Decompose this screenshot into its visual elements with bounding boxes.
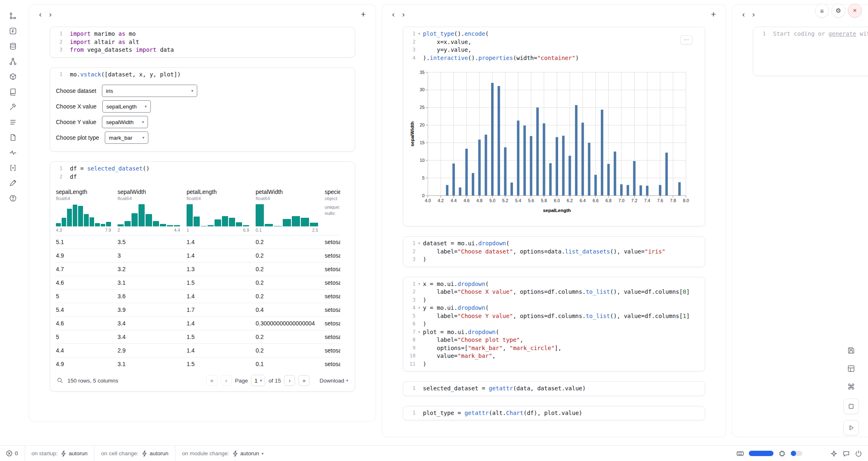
column-histogram[interactable] <box>256 204 318 226</box>
first-page-button[interactable]: « <box>206 375 217 386</box>
prev-page-button[interactable]: ‹ <box>221 375 232 386</box>
code-token: , <box>492 353 496 359</box>
next-page-button[interactable]: › <box>284 375 295 386</box>
keyboard-icon[interactable] <box>736 450 744 457</box>
notebook-menu-button[interactable]: ≡ <box>815 4 829 18</box>
table-row[interactable]: 5.43.91.70.4setosa <box>56 303 340 316</box>
notebook-cell[interactable]: 1▾plot_type = getattr(alt.Chart(df), plo… <box>403 406 705 421</box>
table-column-header[interactable]: petalWidth <box>256 185 325 195</box>
fold-arrow-icon[interactable]: ▾ <box>416 304 423 312</box>
packages-icon[interactable] <box>8 71 18 81</box>
notebook-cell[interactable]: 1▾plot_type().encode(2▾ x=x.value,3▾ y=y… <box>403 27 705 226</box>
table-row[interactable]: 53.61.40.2setosa <box>56 289 340 303</box>
snippets-icon[interactable] <box>8 132 18 142</box>
runtime-config-item[interactable]: on startup:autorun <box>32 450 88 457</box>
variables-icon[interactable] <box>8 163 18 173</box>
generate-with-ai-link[interactable]: generate <box>829 30 856 37</box>
column-scroll-right-button[interactable]: › <box>49 10 51 18</box>
svg-text:sepalLength: sepalLength <box>543 208 571 213</box>
stop-kernel-button[interactable] <box>843 399 859 414</box>
column-histogram[interactable] <box>56 204 111 226</box>
dropdown[interactable]: sepalLength▾ <box>102 100 151 113</box>
table-row[interactable]: 4.93.11.50.1setosa <box>56 357 340 371</box>
column-scroll-right-button[interactable]: › <box>752 10 755 18</box>
code-token: vega_datasets <box>84 46 136 53</box>
page-select[interactable]: 1▾ <box>251 375 265 386</box>
layout-select-button[interactable] <box>845 362 857 375</box>
table-row[interactable]: 5.13.51.40.2setosa <box>56 235 340 249</box>
notebook-cell[interactable]: 1▾dataset = mo.ui.dropdown(2▾ label="Cho… <box>403 236 705 267</box>
save-button[interactable] <box>845 344 857 357</box>
table-row[interactable]: 4.42.91.40.2setosa <box>56 343 340 357</box>
scratchpad-icon[interactable] <box>8 178 18 188</box>
code-editor[interactable]: 1▾df = selected_dataset()2▾df <box>50 162 355 184</box>
dropdown[interactable]: sepalWidth▾ <box>102 116 148 128</box>
code-editor[interactable]: 1▾dataset = mo.ui.dropdown(2▾ label="Cho… <box>403 237 705 267</box>
notebook-cell[interactable]: 1▾selected_dataset = getattr(data, datas… <box>403 381 705 396</box>
fold-arrow-icon[interactable]: ▾ <box>416 280 423 288</box>
table-column-header[interactable]: petalLength <box>187 185 256 195</box>
altair-chart[interactable]: 4.04.24.44.64.85.05.25.45.65.86.06.26.46… <box>403 65 705 226</box>
table-row[interactable]: 4.73.21.30.2setosa <box>56 262 340 276</box>
fold-arrow-icon[interactable]: ▾ <box>416 240 423 248</box>
code-editor[interactable]: 1▾plot_type().encode(2▾ x=x.value,3▾ y=y… <box>403 27 705 65</box>
notebook-cell[interactable]: 1▾mo.vstack([dataset, x, y, plot])Choose… <box>50 67 355 152</box>
column-scroll-right-button[interactable]: › <box>402 10 404 18</box>
code-editor[interactable]: 1▾x = mo.ui.dropdown(2▾ label="Choose X … <box>403 277 705 371</box>
run-all-button[interactable] <box>843 420 859 436</box>
notebook-cell[interactable]: 1▾import marimo as mo2▾import altair as … <box>50 27 355 58</box>
file-explorer-icon[interactable] <box>8 11 18 21</box>
column-histogram[interactable] <box>187 204 249 226</box>
code-token: ( <box>485 281 489 287</box>
datasources-icon[interactable] <box>8 41 18 51</box>
tools-icon[interactable] <box>8 102 18 112</box>
table-column-header[interactable]: species <box>325 185 340 195</box>
table-column-header[interactable]: sepalLength <box>56 185 118 195</box>
last-page-button[interactable]: » <box>298 375 309 386</box>
dropdown[interactable]: mark_bar▾ <box>105 131 148 144</box>
settings-button[interactable]: ⚙ <box>831 4 845 18</box>
fold-arrow-icon[interactable]: ▾ <box>416 30 423 38</box>
shutdown-button[interactable]: × <box>848 4 862 18</box>
code-token: , <box>520 337 523 343</box>
column-scroll-left-button[interactable]: ‹ <box>392 10 395 18</box>
dependencies-icon[interactable] <box>8 56 18 66</box>
column-scroll-left-button[interactable]: ‹ <box>742 10 745 18</box>
help-icon[interactable] <box>8 193 18 203</box>
table-row[interactable]: 4.63.11.50.2setosa <box>56 276 340 289</box>
column-histogram[interactable] <box>118 204 180 226</box>
errors-indicator[interactable]: 0 <box>6 450 18 457</box>
table-row[interactable]: 4.63.41.40.30000000000000004setosa <box>56 316 340 330</box>
column-scroll-left-button[interactable]: ‹ <box>39 10 42 18</box>
fold-arrow-icon[interactable]: ▾ <box>416 328 423 337</box>
notebook-cell[interactable]: 1▾x = mo.ui.dropdown(2▾ label="Choose X … <box>403 277 705 372</box>
add-cell-button[interactable]: + <box>711 10 716 18</box>
download-button[interactable]: Download▾ <box>319 378 348 384</box>
runtime-config-item[interactable]: on module change:autorun▾ <box>182 450 263 457</box>
tracing-icon[interactable] <box>8 148 18 157</box>
functions-icon[interactable] <box>8 26 18 36</box>
runtime-config-item[interactable]: on cell change:autorun <box>101 450 169 457</box>
code-editor[interactable]: 1▾import marimo as mo2▾import altair as … <box>50 27 355 57</box>
table-cell: 3.9 <box>118 303 187 316</box>
notebook-cell[interactable]: 1▾Start coding or generate with AI <box>753 27 868 76</box>
table-search-icon[interactable] <box>57 377 63 384</box>
chart-actions-button[interactable]: ⋯ <box>680 35 693 44</box>
table-cell: 4.9 <box>56 357 118 371</box>
documentation-icon[interactable] <box>8 87 18 97</box>
code-editor[interactable]: 1▾selected_dataset = getattr(data, datas… <box>403 382 705 396</box>
table-row[interactable]: 4.931.40.2setosa <box>56 249 340 262</box>
shutdown-icon[interactable] <box>855 450 862 457</box>
add-cell-button[interactable]: + <box>361 10 366 18</box>
table-row[interactable]: 53.41.50.2setosa <box>56 330 340 343</box>
table-column-header[interactable]: sepalWidth <box>118 185 187 195</box>
code-token: import <box>70 39 91 45</box>
code-editor[interactable]: 1▾mo.vstack([dataset, x, y, plot]) <box>50 68 355 82</box>
code-editor[interactable]: 1▾plot_type = getattr(alt.Chart(df), plo… <box>403 406 705 420</box>
dropdown[interactable]: iris▾ <box>102 85 197 97</box>
outline-icon[interactable] <box>8 117 18 127</box>
feedback-icon[interactable] <box>843 450 850 457</box>
ai-sparkle-icon[interactable] <box>830 450 838 457</box>
notebook-cell[interactable]: 1▾df = selected_dataset()2▾dfsepalLength… <box>50 161 355 392</box>
keyboard-shortcuts-button[interactable]: ⌘ <box>845 380 857 393</box>
